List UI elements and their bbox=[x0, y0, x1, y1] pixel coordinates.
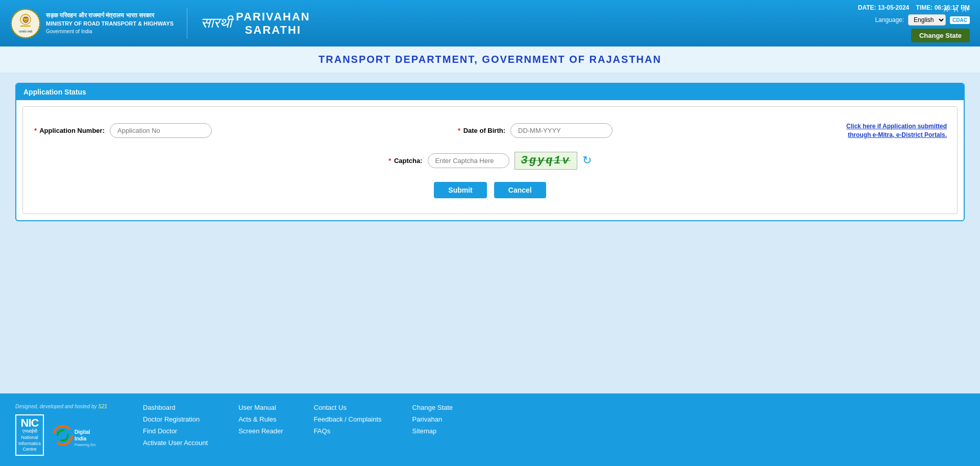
footer-nav: Dashboard Doctor Registration Find Docto… bbox=[143, 404, 965, 447]
font-normal-button[interactable]: A bbox=[954, 6, 958, 13]
app-number-row: * Application Number: * Date of Birth: C… bbox=[33, 122, 947, 139]
digital-india-logo: Digital India Powering Empower bbox=[50, 423, 96, 448]
footer-link-parivahan[interactable]: Parivahan bbox=[412, 415, 453, 423]
footer-link-feedback[interactable]: Feedback / Complaints bbox=[314, 415, 382, 423]
footer-link-activate[interactable]: Activate User Account bbox=[143, 439, 208, 447]
font-small-button[interactable]: A- bbox=[944, 6, 950, 13]
footer-link-contact[interactable]: Contact Us bbox=[314, 404, 382, 411]
nic-logo-area: NIC एनआईसीNationalInformaticsCentre Digi… bbox=[15, 414, 128, 456]
captcha-row: * Captcha: 3gyq1v ↻ bbox=[33, 152, 947, 170]
footer-col-4: Change State Parivahan Sitemap bbox=[412, 404, 453, 447]
dob-group: * Date of Birth: bbox=[434, 123, 824, 138]
svg-rect-3 bbox=[20, 26, 31, 27]
footer-col-3: Contact Us Feedback / Complaints FAQs bbox=[314, 404, 382, 447]
change-state-button[interactable]: Change State bbox=[911, 29, 970, 42]
india-emblem-icon: 🦁 सत्यमेव जयते bbox=[10, 8, 41, 39]
footer-link-sitemap[interactable]: Sitemap bbox=[412, 427, 453, 435]
s21-link[interactable]: S21 bbox=[98, 404, 107, 409]
footer-link-find-doctor[interactable]: Find Doctor bbox=[143, 427, 208, 435]
captcha-label: * Captcha: bbox=[388, 157, 422, 165]
footer-link-change-state[interactable]: Change State bbox=[412, 404, 453, 411]
footer: Designed, developed and hosted by S21 NI… bbox=[0, 393, 980, 466]
nic-logo: NIC एनआईसीNationalInformaticsCentre bbox=[15, 414, 44, 456]
ministry-logo-area: 🦁 सत्यमेव जयते सड़क परिवहन और राजमार्ग म… bbox=[10, 8, 174, 39]
nic-full-name: एनआईसीNationalInformaticsCentre bbox=[18, 429, 41, 453]
footer-designed-by: Designed, developed and hosted by S21 bbox=[15, 404, 128, 409]
card-header: Application Status bbox=[16, 84, 964, 100]
svg-text:सत्यमेव जयते: सत्यमेव जयते bbox=[18, 30, 33, 33]
digital-india-svg: Digital India Powering Empower bbox=[50, 423, 96, 448]
footer-link-screen-reader[interactable]: Screen Reader bbox=[238, 427, 283, 435]
button-row: Submit Cancel bbox=[33, 182, 947, 198]
sarathi-logo-group: सारथी PARIVAHAN SARATHI bbox=[201, 10, 310, 37]
footer-link-doctor-reg[interactable]: Doctor Registration bbox=[143, 415, 208, 423]
svg-text:🦁: 🦁 bbox=[22, 16, 30, 24]
ministry-text: सड़क परिवहन और राजमार्ग मंत्रालय भारत सर… bbox=[46, 11, 174, 35]
submit-button[interactable]: Submit bbox=[434, 182, 486, 198]
application-status-card: Application Status * Application Number:… bbox=[15, 83, 965, 221]
page-title: TRANSPORT DEPARTMENT, GOVERNMENT OF RAJA… bbox=[0, 46, 980, 73]
nic-letters: NIC bbox=[21, 417, 39, 429]
footer-link-faqs[interactable]: FAQs bbox=[314, 427, 382, 435]
main-content: Application Status * Application Number:… bbox=[0, 73, 980, 393]
svg-text:Digital: Digital bbox=[75, 429, 90, 435]
app-number-input[interactable] bbox=[110, 123, 212, 138]
captcha-refresh-icon[interactable]: ↻ bbox=[582, 154, 592, 167]
footer-col-2: User Manual Acts & Rules Screen Reader bbox=[238, 404, 283, 447]
footer-col-1: Dashboard Doctor Registration Find Docto… bbox=[143, 404, 208, 447]
dob-input[interactable] bbox=[510, 123, 612, 138]
svg-text:India: India bbox=[75, 436, 87, 441]
captcha-image: 3gyq1v bbox=[514, 152, 577, 170]
dob-label: * Date of Birth: bbox=[434, 127, 505, 134]
cancel-button[interactable]: Cancel bbox=[494, 182, 546, 198]
emitra-link[interactable]: Click here if Application submitted thro… bbox=[835, 122, 947, 139]
font-size-controls: A- A A+ bbox=[944, 6, 970, 13]
svg-point-8 bbox=[61, 433, 65, 437]
captcha-input[interactable] bbox=[428, 153, 509, 168]
footer-link-user-manual[interactable]: User Manual bbox=[238, 404, 283, 411]
footer-link-dashboard[interactable]: Dashboard bbox=[143, 404, 208, 411]
card-body: * Application Number: * Date of Birth: C… bbox=[22, 106, 958, 214]
svg-text:Powering Empower: Powering Empower bbox=[75, 443, 96, 447]
language-row: Language: English हिंदी CDAC bbox=[875, 14, 970, 26]
footer-link-acts-rules[interactable]: Acts & Rules bbox=[238, 415, 283, 423]
footer-left: Designed, developed and hosted by S21 NI… bbox=[15, 404, 128, 456]
header-divider bbox=[187, 8, 187, 39]
sarathi-script-icon: सारथी bbox=[201, 15, 232, 32]
cdac-badge: CDAC bbox=[950, 16, 970, 24]
app-number-group: * Application Number: bbox=[33, 123, 424, 138]
font-large-button[interactable]: A+ bbox=[962, 6, 970, 13]
language-select[interactable]: English हिंदी bbox=[908, 14, 946, 26]
app-number-label: * Application Number: bbox=[33, 127, 105, 134]
